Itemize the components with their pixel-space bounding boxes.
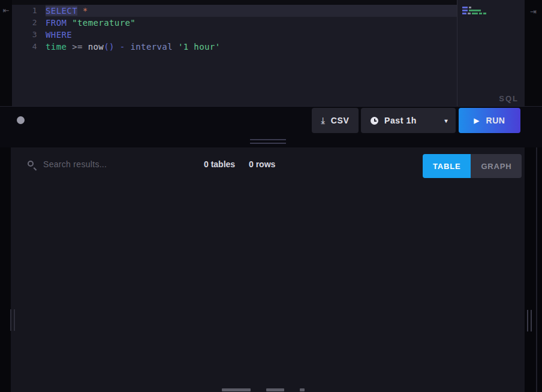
play-icon: ▶ <box>474 117 479 125</box>
query-status-dot <box>17 116 25 124</box>
code-line-content: FROM "temerature" <box>46 17 457 29</box>
code-editor[interactable]: 1SELECT *2FROM "temerature"3WHERE4time >… <box>12 5 457 106</box>
code-lines[interactable]: 1SELECT *2FROM "temerature"3WHERE4time >… <box>12 5 457 53</box>
results-toolbar: 0 tables 0 rows TABLE GRAPH <box>11 147 525 181</box>
code-line-content: time >= now() - interval '1 hour' <box>46 41 457 53</box>
handle-bar <box>527 310 528 331</box>
collapse-left-icon[interactable]: ⇤ <box>0 6 12 15</box>
download-icon: ⤓ <box>321 115 326 126</box>
tab-graph[interactable]: GRAPH <box>471 154 522 178</box>
editor-left-rail: ⇤ <box>0 0 12 106</box>
run-button-label: RUN <box>486 116 505 125</box>
partial-glyph <box>222 388 251 391</box>
line-number: 2 <box>12 17 37 29</box>
handle-bar <box>14 309 15 331</box>
time-range-dropdown[interactable]: Past 1h ▾ <box>361 108 456 133</box>
partial-glyph <box>300 388 305 391</box>
csv-download-button[interactable]: ⤓ CSV <box>312 108 359 133</box>
editor-right-pane: SQL <box>457 0 525 106</box>
splitter-drag-handle[interactable] <box>250 139 286 146</box>
horizontal-splitter <box>0 134 542 147</box>
code-line[interactable]: 1SELECT * <box>12 5 457 17</box>
code-line-content: WHERE <box>46 29 457 41</box>
chevron-down-icon: ▾ <box>444 117 448 124</box>
view-mode-tabs: TABLE GRAPH <box>423 154 522 178</box>
left-resize-handle[interactable] <box>10 309 17 331</box>
right-resize-handle[interactable] <box>526 310 534 331</box>
splitter-bar <box>250 139 286 140</box>
csv-button-label: CSV <box>331 116 350 125</box>
right-scroll-rail[interactable] <box>536 147 537 392</box>
line-number: 3 <box>12 29 37 41</box>
code-line[interactable]: 4time >= now() - interval '1 hour' <box>12 41 457 53</box>
tables-count: 0 tables <box>204 147 235 181</box>
line-number: 4 <box>12 41 37 53</box>
tab-table[interactable]: TABLE <box>423 154 471 178</box>
clock-icon <box>371 117 378 125</box>
search-icon <box>28 161 34 167</box>
collapse-right-icon[interactable]: ⇥ <box>525 7 542 16</box>
code-minimap <box>462 7 487 16</box>
results-panel: 0 tables 0 rows TABLE GRAPH <box>11 147 525 392</box>
splitter-bar <box>250 143 286 144</box>
language-label: SQL <box>499 94 519 103</box>
bottom-partial-text <box>222 388 320 392</box>
code-line-content: SELECT * <box>46 5 457 17</box>
code-line[interactable]: 3WHERE <box>12 29 457 41</box>
code-line[interactable]: 2FROM "temerature" <box>12 17 457 29</box>
sql-editor-region: 1SELECT *2FROM "temerature"3WHERE4time >… <box>0 0 542 106</box>
rows-count: 0 rows <box>249 147 275 181</box>
partial-glyph <box>266 388 284 391</box>
line-number: 1 <box>12 5 37 17</box>
editor-right-rail: ⇥ <box>525 0 542 106</box>
time-range-label: Past 1h <box>384 116 417 125</box>
run-query-button[interactable]: ▶ RUN <box>459 108 520 133</box>
handle-bar <box>531 310 532 331</box>
query-toolbar: ⤓ CSV Past 1h ▾ ▶ RUN <box>0 106 542 134</box>
handle-bar <box>10 309 11 331</box>
search-results-input[interactable] <box>43 155 181 174</box>
